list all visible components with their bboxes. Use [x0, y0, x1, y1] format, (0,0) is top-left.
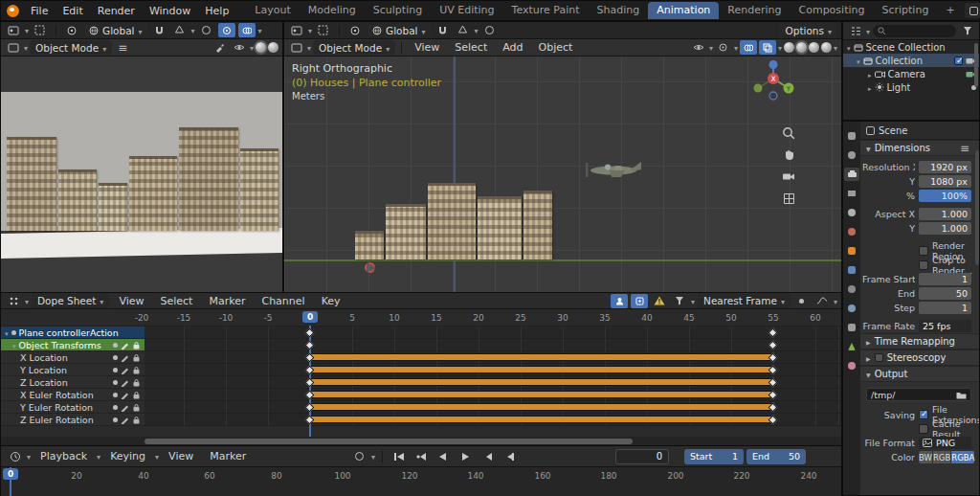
- channel-row-z-euler[interactable]: Z Euler Rotation: [1, 414, 841, 426]
- menu-select[interactable]: Select: [153, 293, 199, 309]
- zoom-icon[interactable]: [780, 125, 797, 140]
- menu-channel[interactable]: Channel: [255, 293, 311, 309]
- pencil-icon[interactable]: [121, 391, 129, 399]
- snap-dropdown[interactable]: Nearest Frame: [698, 294, 791, 308]
- plane-object[interactable]: [585, 159, 644, 180]
- chevron-down-icon[interactable]: [250, 41, 254, 54]
- xray-toggle-icon[interactable]: [759, 40, 776, 55]
- panel-time-remapping[interactable]: Time Remapping: [860, 333, 979, 349]
- frame-rate-dropdown[interactable]: 25 fps: [919, 320, 971, 332]
- editor-type-icon[interactable]: [288, 23, 305, 37]
- shading-material-icon[interactable]: [809, 42, 819, 53]
- tab-sculpting[interactable]: Sculpting: [365, 2, 431, 19]
- scrollbar-thumb[interactable]: [145, 439, 633, 444]
- editor-type-icon[interactable]: [5, 23, 22, 37]
- collection-checkbox[interactable]: [954, 56, 963, 65]
- menu-playback[interactable]: Playback: [33, 448, 94, 464]
- pencil-icon[interactable]: [121, 366, 129, 374]
- keying-dot-icon[interactable]: [113, 380, 118, 385]
- tab-texture-paint[interactable]: Texture Paint: [503, 2, 589, 19]
- camera-view-icon[interactable]: [780, 169, 797, 184]
- left-mode-dropdown[interactable]: Object Mode: [30, 40, 112, 55]
- menu-view[interactable]: View: [162, 448, 200, 464]
- object-type-visibility-icon[interactable]: [690, 40, 707, 55]
- navigation-gizmo[interactable]: Y X: [748, 59, 798, 103]
- chevron-down-icon[interactable]: [866, 25, 870, 37]
- crop-checkbox[interactable]: [919, 260, 928, 270]
- menu-window[interactable]: Window: [143, 3, 197, 19]
- pencil-icon[interactable]: [121, 353, 129, 362]
- current-frame-badge[interactable]: 0: [302, 311, 318, 323]
- keyframe-bar[interactable]: [310, 366, 773, 373]
- tab-tool[interactable]: [844, 129, 859, 143]
- 3d-cursor[interactable]: [365, 262, 375, 273]
- houses-group[interactable]: [355, 183, 552, 259]
- lock-icon[interactable]: [132, 391, 141, 399]
- chevron-down-icon[interactable]: [308, 24, 312, 36]
- tab-particles[interactable]: [844, 282, 859, 296]
- tab-output[interactable]: [844, 168, 859, 181]
- outliner-search-input[interactable]: [873, 25, 956, 37]
- tab-modifiers[interactable]: [844, 263, 859, 277]
- tab-physics[interactable]: [844, 302, 859, 315]
- channel-row-x-euler[interactable]: X Euler Rotation: [1, 389, 841, 401]
- panel-dimensions[interactable]: Dimensions: [860, 140, 979, 156]
- prev-keyframe-button[interactable]: [412, 449, 431, 464]
- viewport-canvas[interactable]: Right Orthographic (0) Houses | Plane co…: [284, 56, 841, 293]
- tab-world[interactable]: [844, 225, 859, 238]
- resolution-x-field[interactable]: 1920 px: [919, 161, 971, 173]
- menu-file[interactable]: File: [24, 3, 55, 19]
- play-button[interactable]: [456, 449, 475, 464]
- keyframe[interactable]: [768, 328, 778, 338]
- aspect-x-field[interactable]: 1.000: [919, 208, 971, 220]
- pivot-point-icon[interactable]: [63, 23, 80, 37]
- chevron-down-icon[interactable]: [371, 450, 375, 462]
- pan-hand-icon[interactable]: [780, 147, 797, 162]
- chevron-down-icon[interactable]: [691, 295, 695, 307]
- options-dropdown[interactable]: Options: [779, 23, 837, 37]
- menu-key[interactable]: Key: [315, 293, 347, 309]
- tab-view-layer[interactable]: [844, 187, 859, 200]
- properties-scrollbar[interactable]: [975, 150, 979, 265]
- frame-start-field[interactable]: Start 1: [684, 449, 744, 464]
- editor-type-icon[interactable]: [288, 40, 305, 55]
- frame-end-field[interactable]: End 50: [746, 449, 806, 464]
- disclosure-icon[interactable]: [868, 82, 872, 93]
- channel-row-z-location[interactable]: Z Location: [1, 376, 841, 389]
- color-rgba-button[interactable]: RGBA: [951, 451, 974, 463]
- chevron-down-icon[interactable]: [834, 295, 837, 307]
- pivot-point-icon[interactable]: [346, 23, 364, 37]
- gizmo-toggle-icon[interactable]: [218, 23, 235, 37]
- scene-selector[interactable]: Scene: [965, 3, 980, 18]
- building[interactable]: [428, 183, 476, 259]
- keyframe[interactable]: [305, 341, 315, 350]
- frame-step-field[interactable]: 1: [919, 302, 971, 314]
- menu-marker[interactable]: Marker: [203, 448, 253, 464]
- filter-icon[interactable]: [959, 24, 976, 38]
- pencil-icon[interactable]: [121, 341, 129, 349]
- channel-row-action[interactable]: Plane controllerAction: [1, 327, 841, 339]
- editor-type-icon[interactable]: [846, 24, 863, 38]
- snap-target-icon[interactable]: [455, 23, 472, 37]
- add-workspace-button[interactable]: +: [937, 2, 963, 19]
- proportional-editing-icon[interactable]: [198, 23, 215, 37]
- menu-view[interactable]: View: [112, 293, 150, 309]
- pencil-icon[interactable]: [121, 416, 129, 424]
- frame-start-field[interactable]: 1: [919, 273, 971, 285]
- falloff-icon[interactable]: [813, 294, 831, 308]
- chevron-down-icon[interactable]: [709, 41, 713, 54]
- proportional-editing-icon[interactable]: [793, 294, 811, 308]
- snap-magnet-icon[interactable]: [434, 23, 452, 37]
- outliner-item-scene-collection[interactable]: Scene Collection: [843, 40, 979, 54]
- only-errors-icon[interactable]: [651, 294, 668, 308]
- tab-rendering[interactable]: Rendering: [719, 2, 790, 19]
- color-rgb-button[interactable]: RGB: [933, 451, 950, 463]
- snap-target-icon[interactable]: [171, 23, 189, 37]
- tab-object-data[interactable]: [844, 340, 859, 353]
- keyframe-bar[interactable]: [310, 391, 773, 398]
- editor-type-icon[interactable]: [5, 294, 22, 308]
- chevron-down-icon[interactable]: [25, 24, 29, 36]
- outliner-item-light[interactable]: Light: [843, 80, 979, 94]
- channel-row-y-location[interactable]: Y Location: [1, 364, 841, 376]
- chevron-down-icon[interactable]: [258, 24, 262, 36]
